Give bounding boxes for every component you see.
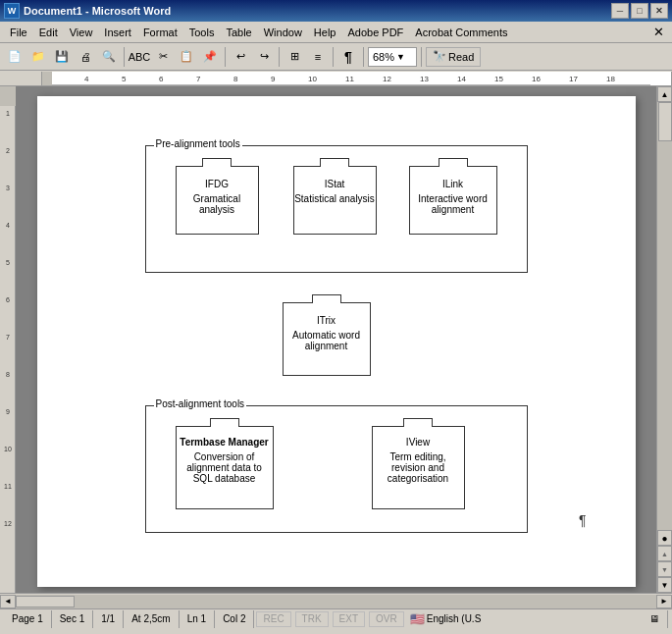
scroll-track-h <box>16 595 656 608</box>
diagram-area: Pre-alignment tools IFDG Gramatical anal… <box>67 116 606 538</box>
sep6 <box>421 47 422 67</box>
prev-page-button[interactable]: ● <box>657 530 672 546</box>
status-pages: 1/1 <box>93 610 124 628</box>
scroll-track-v <box>657 102 672 530</box>
read-button[interactable]: 🔭 Read <box>426 47 481 67</box>
svg-text:13: 13 <box>420 75 429 83</box>
trk-button[interactable]: TRK <box>295 611 329 627</box>
redo-button[interactable]: ↪ <box>253 46 275 68</box>
menu-bar: File Edit View Insert Format Tools Table… <box>0 22 672 43</box>
ruler-content: 3 4 5 6 7 8 9 10 11 12 13 14 15 16 17 18 <box>41 72 672 85</box>
scroll-thumb-v[interactable] <box>658 102 672 141</box>
maximize-button[interactable]: □ <box>631 3 648 19</box>
svg-text:6: 6 <box>159 75 164 83</box>
menu-file[interactable]: File <box>4 25 33 40</box>
main-area: 1 2 3 4 5 6 7 8 9 10 11 12 Pre-alignment… <box>0 86 672 593</box>
new-button[interactable]: 📄 <box>4 46 26 68</box>
ifdg-desc: Gramatical analysis <box>177 193 258 215</box>
scroll-left-button[interactable]: ◄ <box>0 595 16 608</box>
table-button[interactable]: ⊞ <box>284 46 305 68</box>
menu-insert[interactable]: Insert <box>98 25 137 40</box>
ext-button[interactable]: EXT <box>333 611 365 627</box>
pre-alignment-group: Pre-alignment tools IFDG Gramatical anal… <box>145 145 528 273</box>
language-label: English (U.S <box>427 613 482 624</box>
termbase-desc: Conversion of alignment data to SQL data… <box>177 451 273 484</box>
svg-text:6: 6 <box>6 296 10 303</box>
menu-tools[interactable]: Tools <box>183 25 221 40</box>
next-page-button-up[interactable]: ▲ <box>657 546 672 561</box>
zoom-box: 68% ▼ <box>368 47 417 67</box>
rec-button[interactable]: REC <box>256 611 290 627</box>
page-area: Pre-alignment tools IFDG Gramatical anal… <box>16 86 656 593</box>
cut-button[interactable]: ✂ <box>152 46 174 68</box>
svg-text:4: 4 <box>6 222 10 229</box>
svg-text:4: 4 <box>84 75 89 83</box>
scrollbar-horizontal: ◄ ► <box>0 593 672 608</box>
svg-text:10: 10 <box>308 75 317 83</box>
svg-text:14: 14 <box>457 75 466 83</box>
zoom-dropdown[interactable]: ▼ <box>396 52 405 62</box>
termbase-title: Termbase Manager <box>177 437 273 448</box>
spell-button[interactable]: ABC <box>129 46 150 68</box>
menu-table[interactable]: Table <box>220 25 257 40</box>
copy-button[interactable]: 📋 <box>176 46 197 68</box>
title-bar-left: W Document1 - Microsoft Word <box>4 3 171 19</box>
show-hide-button[interactable]: ¶ <box>337 46 359 68</box>
sep4 <box>333 47 334 67</box>
scroll-thumb-h[interactable] <box>16 596 75 608</box>
svg-text:2: 2 <box>6 147 10 154</box>
document-page: Pre-alignment tools IFDG Gramatical anal… <box>37 96 636 587</box>
next-page-button[interactable]: ▼ <box>657 561 672 577</box>
ifdg-box: IFDG Gramatical analysis <box>176 166 259 235</box>
menu-acrobat[interactable]: Acrobat Comments <box>409 25 513 40</box>
istat-tab <box>320 158 349 167</box>
status-ln: Ln 1 <box>180 610 215 628</box>
menu-edit[interactable]: Edit <box>33 25 64 40</box>
svg-text:17: 17 <box>569 75 578 83</box>
termbase-tab <box>210 418 239 427</box>
svg-text:7: 7 <box>196 75 201 83</box>
undo-button[interactable]: ↩ <box>230 46 251 68</box>
save-button[interactable]: 💾 <box>51 46 73 68</box>
svg-text:8: 8 <box>233 75 238 83</box>
scroll-down-button[interactable]: ▼ <box>657 577 672 593</box>
menu-view[interactable]: View <box>64 25 99 40</box>
status-monitor-icon: 🖥 <box>649 613 659 624</box>
ovr-button[interactable]: OVR <box>369 611 404 627</box>
menu-window[interactable]: Window <box>258 25 308 40</box>
sep3 <box>279 47 280 67</box>
zoom-value: 68% <box>373 51 394 63</box>
paste-button[interactable]: 📌 <box>199 46 221 68</box>
print-button[interactable]: 🖨 <box>75 46 96 68</box>
language-indicator: 🇺🇸 English (U.S <box>406 611 486 627</box>
termbase-box: Termbase Manager Conversion of alignment… <box>176 426 274 509</box>
ilink-box: ILink Interactive word alignment <box>409 166 497 235</box>
itrix-box: ITrix Automatic word alignment <box>283 302 371 376</box>
menu-format[interactable]: Format <box>137 25 183 40</box>
itrix-tab <box>312 294 341 303</box>
scroll-up-button[interactable]: ▲ <box>657 86 672 102</box>
scroll-right-button[interactable]: ► <box>656 595 672 608</box>
svg-text:9: 9 <box>6 408 10 415</box>
preview-button[interactable]: 🔍 <box>98 46 120 68</box>
itrix-title: ITrix <box>284 315 370 326</box>
status-bar: Page 1 Sec 1 1/1 At 2,5cm Ln 1 Col 2 REC… <box>0 608 672 628</box>
svg-text:5: 5 <box>122 75 127 83</box>
ifdg-title: IFDG <box>177 179 258 189</box>
svg-text:9: 9 <box>271 75 276 83</box>
columns-button[interactable]: ≡ <box>307 46 329 68</box>
menu-close-button[interactable]: ✕ <box>649 25 668 39</box>
svg-text:11: 11 <box>345 75 354 83</box>
flag-icon: 🇺🇸 <box>410 612 425 626</box>
pre-alignment-label: Pre-alignment tools <box>154 138 242 149</box>
close-button[interactable]: ✕ <box>650 3 668 19</box>
menu-adobe-pdf[interactable]: Adobe PDF <box>341 25 409 40</box>
minimize-button[interactable]: ─ <box>611 3 629 19</box>
sep2 <box>225 47 226 67</box>
open-button[interactable]: 📁 <box>27 46 49 68</box>
word-icon: W <box>4 3 20 19</box>
istat-desc: Statistical analysis <box>294 193 376 204</box>
title-bar: W Document1 - Microsoft Word ─ □ ✕ <box>0 0 672 22</box>
sep1 <box>124 47 125 67</box>
menu-help[interactable]: Help <box>308 25 342 40</box>
